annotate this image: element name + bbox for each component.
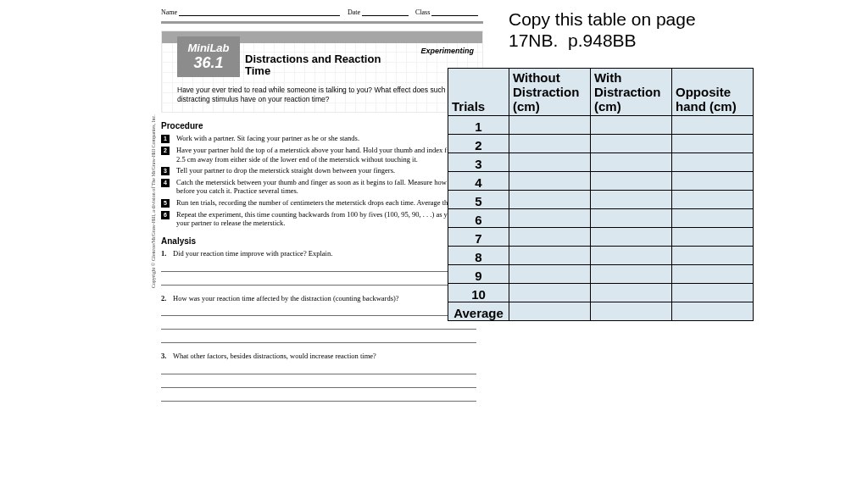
row-label: 2 (448, 135, 509, 153)
data-cell (509, 135, 591, 153)
table-row: 10 (448, 284, 754, 302)
data-cell (672, 172, 754, 191)
table-row: 4 (448, 172, 754, 191)
procedure-step: Repeat the experiment, this time countin… (173, 210, 483, 228)
table-row: 8 (448, 247, 754, 265)
data-cell (591, 172, 672, 191)
col-without: Without Distraction (cm) (509, 69, 591, 116)
date-label: Date (348, 8, 360, 16)
badge-brand: MiniLab (177, 36, 240, 54)
write-line (161, 333, 476, 343)
write-line (161, 391, 476, 402)
row-label: 8 (448, 247, 509, 265)
data-cell (672, 302, 754, 321)
intro-text: Have your ever tried to read while someo… (177, 86, 474, 103)
write-line (161, 319, 476, 330)
procedure-step: Run ten trials, recording the number of … (173, 198, 483, 208)
name-line (179, 15, 340, 16)
data-cell (672, 116, 754, 135)
data-cell (591, 302, 672, 321)
table-row: Average (448, 302, 754, 321)
class-line (431, 15, 478, 16)
col-opposite: Opposite hand (cm) (672, 69, 754, 116)
table-row: 1 (448, 116, 754, 135)
worksheet-page: Name Date Class MiniLab 36.1 Experimenti… (161, 8, 483, 403)
data-cell (509, 284, 591, 302)
table-row: 7 (448, 228, 754, 247)
data-cell (672, 265, 754, 284)
row-label: 4 (448, 172, 509, 191)
data-cell (672, 135, 754, 153)
write-line (161, 262, 476, 272)
analysis-heading: Analysis (161, 236, 483, 246)
write-line (161, 306, 476, 316)
row-label: 6 (448, 209, 509, 228)
instruction-line1: Copy this table on page (509, 9, 696, 29)
data-cell (672, 284, 754, 302)
table-row: 3 (448, 153, 754, 172)
data-cell (591, 135, 672, 153)
analysis-item: 3.What other factors, besides distractio… (173, 352, 483, 402)
write-line (161, 364, 476, 374)
procedure-step: Catch the meterstick between your thumb … (173, 178, 483, 196)
data-cell (591, 228, 672, 247)
data-cell (509, 209, 591, 228)
analysis-list: 1.Did your reaction time improve with pr… (161, 249, 483, 402)
write-line (161, 378, 476, 388)
separator-bar (161, 21, 483, 24)
procedure-step: Have your partner hold the top of a mete… (173, 146, 483, 164)
data-cell (591, 247, 672, 265)
data-table: Trials Without Distraction (cm) With Dis… (448, 68, 754, 321)
data-cell (509, 247, 591, 265)
data-cell (591, 265, 672, 284)
row-label: 10 (448, 284, 509, 302)
instruction-line2: 17NB. p.948BB (509, 30, 637, 50)
row-label: 1 (448, 116, 509, 135)
table-row: 6 (448, 209, 754, 228)
data-cell (509, 191, 591, 209)
lab-title-line1: Distractions and Reaction (245, 53, 381, 65)
data-cell (509, 116, 591, 135)
procedure-step: Tell your partner to drop the meterstick… (173, 166, 483, 175)
data-cell (672, 247, 754, 265)
badge-number: 36.1 (177, 54, 240, 72)
data-cell (591, 209, 672, 228)
row-label: 3 (448, 153, 509, 172)
name-label: Name (161, 8, 177, 16)
header-row: Name Date Class (161, 8, 483, 16)
col-with: With Distraction (cm) (591, 69, 672, 116)
table-row: 2 (448, 135, 754, 153)
date-field: Date (348, 8, 415, 16)
data-cell (591, 191, 672, 209)
write-line (161, 275, 476, 286)
row-label: 7 (448, 228, 509, 247)
procedure-step: Work with a partner. Sit facing your par… (173, 134, 483, 143)
name-field: Name (161, 8, 348, 16)
data-cell (509, 153, 591, 172)
table-row: 5 (448, 191, 754, 209)
lab-title-line2: Time (245, 64, 270, 77)
table-header-row: Trials Without Distraction (cm) With Dis… (448, 69, 754, 116)
minilab-badge: MiniLab 36.1 (177, 36, 240, 77)
class-label: Class (415, 8, 430, 16)
data-cell (509, 228, 591, 247)
data-cell (591, 116, 672, 135)
lab-title: Distractions and Reaction Time (245, 53, 381, 78)
row-label: 5 (448, 191, 509, 209)
col-trials: Trials (448, 69, 509, 116)
data-cell (591, 153, 672, 172)
instruction-text: Copy this table on page 17NB. p.948BB (509, 8, 696, 51)
procedure-list: Work with a partner. Sit facing your par… (161, 134, 483, 228)
data-cell (672, 228, 754, 247)
procedure-heading: Procedure (161, 121, 483, 130)
data-cell (591, 284, 672, 302)
table-row: 9 (448, 265, 754, 284)
class-field: Class (415, 8, 483, 16)
table-body: 12345678910Average (448, 116, 754, 321)
date-line (362, 15, 409, 16)
minilab-panel: MiniLab 36.1 Experimenting Distractions … (161, 30, 483, 113)
row-label: 9 (448, 265, 509, 284)
data-cell (509, 172, 591, 191)
data-cell (509, 302, 591, 321)
category-label: Experimenting (420, 47, 474, 55)
